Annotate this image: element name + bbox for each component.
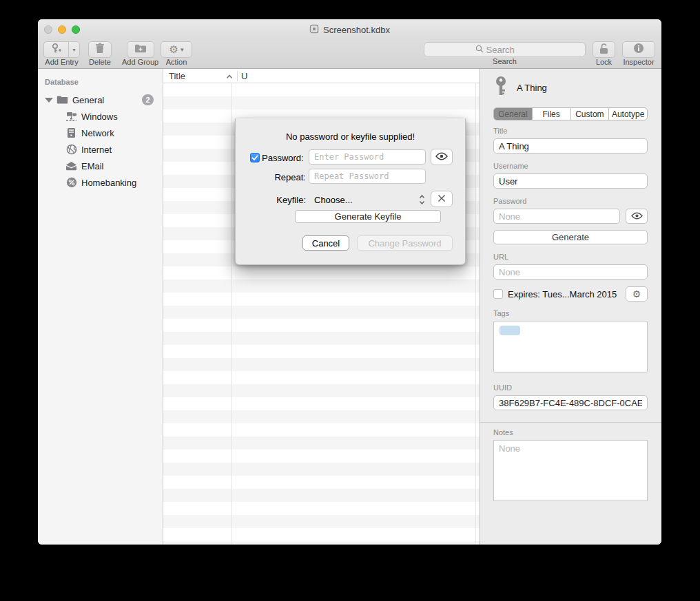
action-label: Action — [166, 59, 187, 66]
envelope-icon — [65, 160, 77, 172]
app-window: Screenshot.kdbx ▾ Add Entry — [38, 19, 661, 545]
url-field-label: URL — [493, 253, 648, 261]
title-field[interactable] — [493, 138, 648, 154]
add-entry-dropdown[interactable]: ▾ — [68, 41, 80, 58]
titlebar[interactable]: Screenshot.kdbx — [38, 19, 661, 40]
notes-field-label: Notes — [493, 428, 648, 436]
search-label: Search — [493, 58, 517, 65]
search-input[interactable] — [486, 45, 535, 55]
url-field[interactable] — [493, 264, 648, 280]
keyfile-label: Keyfile: — [276, 195, 306, 205]
sidebar-item-email[interactable]: EMail — [38, 158, 163, 174]
eye-icon — [435, 151, 448, 163]
sidebar-item-network[interactable]: Network — [38, 125, 163, 141]
notes-field[interactable] — [493, 440, 648, 501]
folder-icon — [56, 94, 68, 106]
column-header-username[interactable]: U — [238, 71, 247, 81]
folder-plus-icon — [134, 43, 147, 56]
server-icon — [65, 127, 77, 139]
gear-icon: ⚙ — [632, 288, 641, 299]
popup-stepper-icon[interactable] — [419, 191, 425, 208]
username-field-label: Username — [493, 162, 648, 170]
info-icon — [633, 43, 644, 56]
cancel-button[interactable]: Cancel — [302, 235, 349, 251]
delete-label: Delete — [89, 59, 111, 66]
screen: Screenshot.kdbx ▾ Add Entry — [0, 0, 700, 601]
trash-icon — [95, 43, 105, 56]
percent-circle-icon — [65, 177, 77, 189]
column-divider-line — [475, 83, 476, 545]
sidebar-item-internet[interactable]: Internet — [38, 141, 163, 158]
search-field[interactable] — [424, 42, 586, 57]
lock-button[interactable] — [593, 41, 615, 58]
toolbar: ▾ Add Entry Delete Add Group — [38, 40, 661, 69]
clear-keyfile-button[interactable] — [431, 191, 453, 207]
inspector-panel: A Thing General Files Custom Autotype Ti… — [480, 69, 661, 545]
key-plus-icon — [51, 43, 62, 56]
disclosure-triangle-icon[interactable] — [45, 98, 53, 103]
tab-general[interactable]: General — [494, 108, 533, 120]
globe-icon — [65, 144, 77, 156]
username-field[interactable] — [493, 173, 648, 189]
chevron-down-icon: ▾ — [181, 46, 184, 53]
password-dialog: No password or keyfile supplied! Passwor… — [235, 118, 466, 265]
inspector-tabs: General Files Custom Autotype — [493, 107, 648, 120]
entry-title: A Thing — [517, 83, 547, 93]
chevron-down-icon: ▾ — [72, 47, 75, 53]
password-checkbox[interactable] — [250, 153, 260, 162]
change-password-button[interactable]: Change Password — [357, 235, 453, 251]
inspector-label: Inspector — [623, 59, 654, 66]
add-group-button[interactable] — [127, 41, 154, 58]
sidebar-item-homebanking[interactable]: Homebanking — [38, 174, 163, 191]
tab-custom[interactable]: Custom — [571, 108, 610, 120]
action-button[interactable]: ⚙ ▾ — [161, 41, 192, 58]
document-icon — [309, 24, 319, 36]
enter-password-input[interactable] — [309, 149, 426, 165]
sort-ascending-icon — [226, 71, 233, 81]
windows-network-icon — [65, 111, 77, 123]
generate-password-button[interactable]: Generate — [493, 230, 648, 244]
inspector-button[interactable] — [622, 41, 655, 58]
gear-icon: ⚙ — [169, 43, 178, 56]
add-entry-label: Add Entry — [45, 59, 78, 66]
expires-settings-button[interactable]: ⚙ — [626, 286, 648, 302]
window-title: Screenshot.kdbx — [323, 25, 390, 35]
tag-token[interactable] — [500, 326, 520, 335]
generate-keyfile-button[interactable]: Generate Keyfile — [295, 210, 441, 223]
keyfile-value: Choose... — [314, 195, 353, 205]
delete-button[interactable] — [88, 41, 112, 58]
reveal-password-button[interactable] — [431, 149, 453, 165]
keyfile-popup[interactable]: Choose... — [314, 191, 353, 208]
checkmark-icon — [251, 151, 258, 164]
add-entry-button[interactable]: ▾ — [43, 41, 80, 58]
title-field-label: Title — [493, 127, 648, 135]
tab-autotype[interactable]: Autotype — [609, 108, 647, 120]
content: Database General 2 Windows — [38, 69, 661, 545]
repeat-password-input[interactable] — [309, 169, 426, 184]
expires-checkbox[interactable] — [493, 289, 503, 299]
dialog-message: No password or keyfile supplied! — [236, 131, 465, 142]
reveal-password-button[interactable] — [626, 209, 648, 224]
entry-count-badge: 2 — [142, 94, 154, 105]
uuid-field-label: UUID — [493, 383, 648, 392]
sidebar-item-label: EMail — [81, 161, 104, 171]
close-x-icon — [438, 193, 446, 205]
sidebar-item-label: Internet — [81, 145, 112, 155]
sidebar-item-general[interactable]: General 2 — [38, 92, 163, 108]
lock-label: Lock — [596, 59, 612, 66]
tags-box[interactable] — [493, 321, 648, 372]
sidebar-item-label: Network — [81, 128, 114, 138]
eye-icon — [631, 210, 643, 222]
uuid-field[interactable] — [493, 395, 648, 410]
sidebar-item-label: Windows — [81, 112, 118, 122]
search-icon — [475, 43, 484, 56]
key-icon — [493, 76, 508, 99]
add-group-label: Add Group — [122, 59, 158, 66]
tab-files[interactable]: Files — [533, 108, 571, 120]
column-header-title[interactable]: Title — [163, 71, 226, 81]
password-field[interactable] — [493, 209, 620, 224]
sidebar-section-header: Database — [38, 78, 163, 86]
list-header: Title U — [163, 69, 480, 83]
sidebar-item-windows[interactable]: Windows — [38, 108, 163, 125]
tags-field-label: Tags — [493, 309, 648, 317]
